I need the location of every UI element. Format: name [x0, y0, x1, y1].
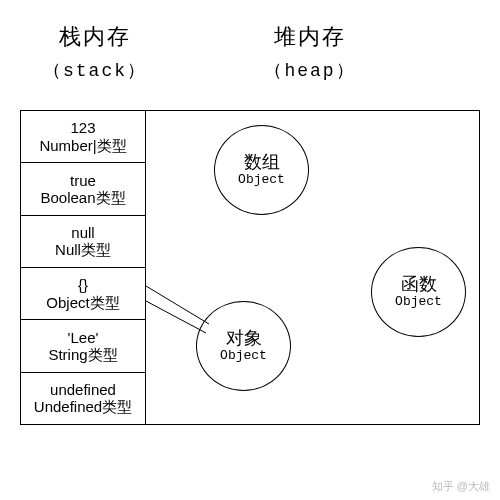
stack-type: Boolean类型: [40, 189, 125, 206]
heap-type: Object: [395, 295, 442, 310]
watermark: 知乎 @大雄: [432, 479, 490, 494]
svg-line-0: [146, 286, 209, 324]
svg-line-1: [146, 301, 206, 333]
heap-object-function: 函数 Object: [371, 247, 466, 337]
stack-value: undefined: [50, 381, 116, 398]
heap-object-array: 数组 Object: [214, 125, 309, 215]
stack-value: 123: [70, 119, 95, 136]
stack-value: 'Lee': [68, 329, 99, 346]
stack-cell: {} Object类型: [21, 268, 145, 320]
heap-type: Object: [238, 173, 285, 188]
stack-cell: 123 Number|类型: [21, 111, 145, 163]
stack-value: true: [70, 172, 96, 189]
stack-cell: undefined Undefined类型: [21, 373, 145, 424]
stack-title: 栈内存: [30, 22, 160, 52]
heap-label: 数组: [244, 152, 280, 173]
stack-type: Object类型: [46, 294, 119, 311]
stack-column: 123 Number|类型 true Boolean类型 null Null类型…: [21, 111, 146, 424]
heap-subtitle: （heap）: [245, 58, 375, 82]
stack-subtitle: （stack）: [30, 58, 160, 82]
stack-type: Undefined类型: [34, 398, 132, 415]
heap-object-object: 对象 Object: [196, 301, 291, 391]
stack-type: Number|类型: [39, 137, 126, 154]
stack-cell: true Boolean类型: [21, 163, 145, 215]
heap-label: 函数: [401, 274, 437, 295]
stack-type: String类型: [48, 346, 117, 363]
stack-cell: 'Lee' String类型: [21, 320, 145, 372]
heap-type: Object: [220, 349, 267, 364]
heap-title: 堆内存: [245, 22, 375, 52]
heap-label: 对象: [226, 328, 262, 349]
stack-value: null: [71, 224, 94, 241]
stack-cell: null Null类型: [21, 216, 145, 268]
stack-value: {}: [78, 276, 88, 293]
stack-type: Null类型: [55, 241, 111, 258]
memory-diagram: 123 Number|类型 true Boolean类型 null Null类型…: [20, 110, 480, 425]
heap-column: 数组 Object 对象 Object 函数 Object: [146, 111, 479, 424]
